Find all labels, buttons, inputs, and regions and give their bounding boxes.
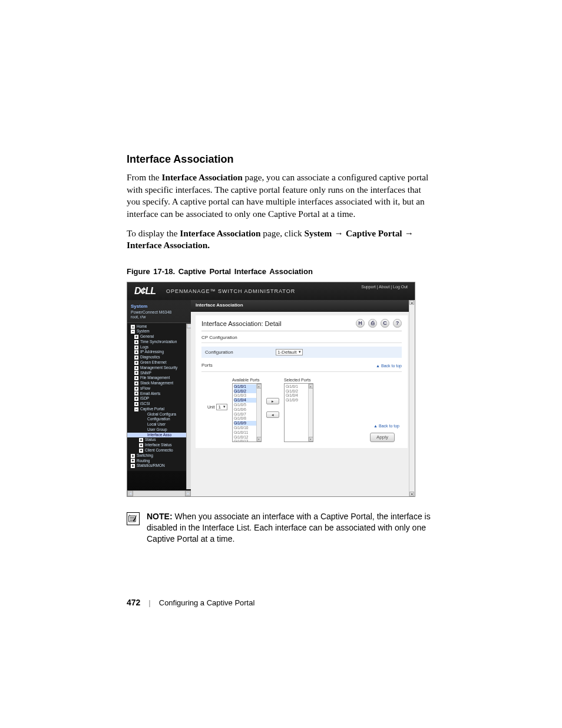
tree-label: File Management bbox=[140, 375, 170, 381]
expand-icon[interactable]: + bbox=[134, 391, 138, 396]
list-scroll[interactable]: ▴ ▾ bbox=[308, 384, 313, 442]
tree-item[interactable]: +Logs bbox=[127, 345, 191, 350]
tree-item[interactable]: +ISDP bbox=[127, 396, 191, 401]
remove-button[interactable]: ◂ bbox=[266, 411, 279, 418]
sidebar-device: PowerConnect M6348 root, r/w bbox=[127, 310, 191, 322]
tree-item[interactable]: +Client Connectio bbox=[127, 448, 191, 453]
expand-icon[interactable]: + bbox=[139, 438, 143, 442]
scroll-down-icon[interactable]: ▾ bbox=[409, 492, 414, 496]
expand-icon[interactable]: + bbox=[131, 464, 135, 468]
ports-area: Unit 1 ▾ Available Ports Gi1/0/1Gi1/0/2G… bbox=[201, 375, 402, 442]
config-select[interactable]: 1-Default ▾ bbox=[276, 349, 303, 355]
unit-select[interactable]: 1 ▾ bbox=[216, 404, 227, 410]
tree-item[interactable]: ≡Home bbox=[127, 324, 191, 330]
tree-item[interactable]: Interface Asso bbox=[127, 433, 191, 438]
tree-item[interactable]: Configuration bbox=[127, 417, 191, 422]
tree-item[interactable]: +SNMP bbox=[127, 371, 191, 376]
expand-icon[interactable]: + bbox=[134, 350, 138, 354]
tree-item[interactable]: User Group bbox=[127, 427, 191, 433]
tree-item[interactable]: +Switching bbox=[127, 453, 191, 459]
tree-label: Interface Asso bbox=[147, 433, 171, 438]
tree-item[interactable]: +Interface Status bbox=[127, 443, 191, 448]
expand-icon[interactable]: + bbox=[139, 449, 143, 453]
expand-icon[interactable]: ≡ bbox=[131, 325, 135, 329]
apply-button[interactable]: Apply bbox=[370, 433, 395, 442]
sidebar-vscroll[interactable]: ▴ bbox=[186, 324, 191, 489]
tree-label: Client Connectio bbox=[145, 448, 173, 453]
tree-item[interactable]: +Email Alerts bbox=[127, 391, 191, 397]
scroll-left-icon[interactable]: ◂ bbox=[127, 490, 133, 496]
tree-item[interactable]: Global Configura bbox=[127, 412, 191, 417]
tree-item[interactable]: +Status bbox=[127, 437, 191, 443]
note-block: NOTE: When you associate an interface wi… bbox=[127, 511, 436, 545]
header-links[interactable]: Support | About | Log Out bbox=[361, 285, 408, 289]
tree-item[interactable]: +Diagnostics bbox=[127, 355, 191, 360]
tree-item[interactable]: +Routing bbox=[127, 459, 191, 464]
tree-item[interactable]: +IP Addressing bbox=[127, 350, 191, 355]
content-vscroll[interactable]: ▴ ▾ bbox=[409, 300, 415, 496]
tree-item[interactable]: +File Management bbox=[127, 375, 191, 381]
tree-label: Routing bbox=[137, 459, 150, 464]
scroll-up-icon[interactable]: ▴ bbox=[257, 384, 262, 388]
expand-icon[interactable]: − bbox=[131, 330, 135, 334]
expand-icon[interactable]: + bbox=[134, 366, 138, 370]
tree-item[interactable]: +Time Synchronization bbox=[127, 340, 191, 345]
nav-tree[interactable]: ≡Home−System+General+Time Synchronizatio… bbox=[127, 322, 191, 471]
expand-icon[interactable]: + bbox=[134, 371, 138, 375]
help-icon[interactable]: ? bbox=[393, 319, 402, 328]
tree-item[interactable]: +General bbox=[127, 334, 191, 340]
scroll-up-icon[interactable]: ▴ bbox=[309, 384, 313, 388]
expand-icon[interactable]: + bbox=[134, 402, 138, 406]
list-scroll[interactable]: ▴ ▾ bbox=[256, 384, 261, 442]
expand-icon[interactable]: + bbox=[131, 454, 135, 458]
expand-icon[interactable]: + bbox=[134, 361, 138, 365]
expand-icon[interactable]: + bbox=[134, 376, 138, 380]
tree-label: Interface Status bbox=[145, 443, 172, 448]
expand-icon[interactable]: + bbox=[134, 397, 138, 401]
tree-label: ISDP bbox=[140, 396, 149, 401]
scroll-right-icon[interactable]: ▸ bbox=[185, 490, 191, 496]
expand-icon[interactable]: + bbox=[134, 355, 138, 360]
tree-item[interactable]: +Stack Management bbox=[127, 381, 191, 386]
expand-icon[interactable]: + bbox=[139, 443, 143, 447]
print-icon[interactable]: ⎙ bbox=[368, 319, 377, 328]
note-body: When you associate an interface with a C… bbox=[147, 512, 431, 543]
tree-item[interactable]: Local User bbox=[127, 422, 191, 427]
expand-icon[interactable]: + bbox=[134, 335, 138, 339]
scroll-down-icon[interactable]: ▾ bbox=[257, 437, 262, 442]
expand-icon[interactable]: + bbox=[134, 381, 138, 386]
back-to-top-link[interactable]: ▲ Back to top bbox=[376, 364, 402, 368]
page-number: 472 bbox=[127, 598, 140, 607]
tree-label: iSCSI bbox=[140, 401, 150, 407]
paragraph-1: From the Interface Association page, you… bbox=[127, 172, 436, 220]
tree-label: Status bbox=[145, 437, 156, 443]
tree-item[interactable]: −System bbox=[127, 329, 191, 334]
tree-item[interactable]: +iSCSI bbox=[127, 401, 191, 407]
tree-label: System bbox=[137, 329, 150, 334]
add-button[interactable]: ▸ bbox=[266, 398, 279, 404]
tree-item[interactable]: −Captive Portal bbox=[127, 407, 191, 412]
back-to-top-link[interactable]: ▲ Back to top bbox=[373, 424, 399, 428]
available-ports-list[interactable]: Gi1/0/1Gi1/0/2Gi1/0/3Gi1/0/4Gi1/0/5Gi1/0… bbox=[232, 383, 262, 442]
expand-icon[interactable]: − bbox=[134, 407, 138, 411]
sidebar-hscroll[interactable]: ◂ ▸ bbox=[127, 490, 191, 496]
expand-icon[interactable]: + bbox=[131, 459, 135, 463]
paragraph-2: To display the Interface Association pag… bbox=[127, 228, 436, 252]
tree-item[interactable]: +Green Ethernet bbox=[127, 360, 191, 365]
config-row: Configuration 1-Default ▾ bbox=[201, 347, 402, 358]
tree-item[interactable]: +sFlow bbox=[127, 386, 191, 391]
selected-ports-list[interactable]: Gi1/0/1Gi1/0/2Gi1/0/4Gi1/0/9 ▴ ▾ bbox=[284, 383, 313, 442]
expand-icon[interactable]: + bbox=[134, 345, 138, 350]
tree-item[interactable]: +Statistics/RMON bbox=[127, 463, 191, 469]
expand-icon[interactable]: + bbox=[134, 387, 138, 391]
app-title: OPENMANAGE™ SWITCH ADMINISTRATOR bbox=[166, 288, 295, 294]
scroll-up-icon[interactable]: ▴ bbox=[409, 300, 414, 305]
expand-icon[interactable]: + bbox=[134, 340, 138, 344]
screenshot: D¢LL OPENMANAGE™ SWITCH ADMINISTRATOR Su… bbox=[127, 282, 415, 497]
tree-label: Captive Portal bbox=[140, 407, 164, 412]
refresh-icon[interactable]: C bbox=[381, 319, 389, 328]
tree-item[interactable]: +Management Security bbox=[127, 365, 191, 371]
tree-label: Global Configura bbox=[147, 412, 176, 417]
scroll-down-icon[interactable]: ▾ bbox=[309, 437, 313, 442]
save-icon[interactable]: H bbox=[356, 319, 365, 328]
